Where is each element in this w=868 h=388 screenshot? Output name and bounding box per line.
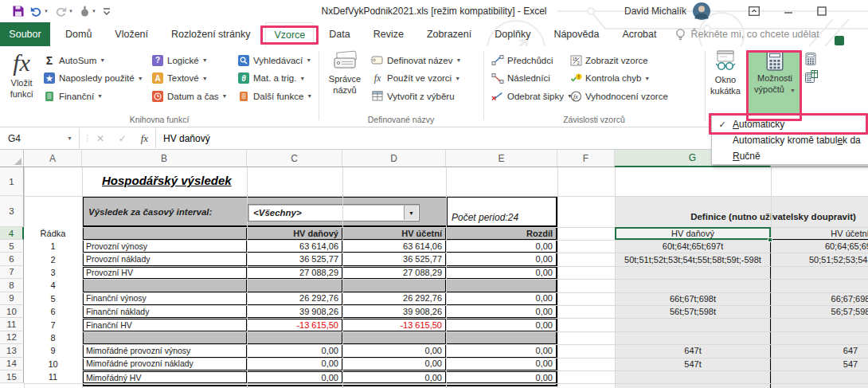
tab-vzorce[interactable]: Vzorce [265, 22, 314, 46]
ribbon-button-pou-t-ve-vzorci[interactable]: fxPoužít ve vzorci▼ [371, 71, 461, 86]
cell-C8[interactable] [247, 279, 342, 291]
cell-A15[interactable]: 11 [24, 370, 82, 383]
cell-C4[interactable]: HV daňový [247, 227, 342, 239]
tab-file[interactable]: Soubor [0, 22, 50, 46]
cell-A8[interactable]: 4 [24, 279, 82, 292]
ribbon-button-odebrat-ipky[interactable]: Odebrat šipky▼ [491, 88, 573, 104]
cell-D14[interactable]: 0,00 [342, 358, 446, 370]
tab-vlo-en-[interactable]: Vložení [107, 22, 156, 46]
cell-B6[interactable]: Provozní náklady [84, 253, 247, 265]
tellme-box[interactable]: Řekněte mi, co chcete udělat [675, 22, 819, 46]
cell-G9[interactable]: 66t;67t;698t [615, 292, 771, 305]
watch-window-button[interactable]: Okno kukátka [706, 50, 745, 97]
cell-A9[interactable]: 5 [24, 292, 82, 305]
ribbon-button-autosum[interactable]: ΣAutoSum▼ [43, 53, 143, 68]
cell-A13[interactable]: 9 [24, 344, 82, 357]
row-header-3[interactable]: 3 [0, 196, 24, 227]
row-header-4[interactable]: 4 [0, 227, 24, 240]
tab-rozlo-en-str-nky[interactable]: Rozložení stránky [163, 22, 258, 46]
row-header-12[interactable]: 12 [0, 331, 24, 344]
name-manager-button[interactable]: Správce názvů [323, 50, 367, 96]
account-button[interactable]: David Michalík [624, 2, 710, 20]
cell-E8[interactable] [446, 279, 556, 291]
cell-B13[interactable]: Mimořádné provozní výnosy [84, 344, 247, 356]
interval-label-cell[interactable]: Výsledek za časový interval: <Všechny> ▼ [84, 198, 446, 225]
cell-E7[interactable]: 0,00 [446, 268, 556, 278]
cell-E10[interactable]: 0,00 [446, 305, 556, 317]
menu-item-automaticky[interactable]: ✓Automaticky [712, 116, 868, 132]
row-header-11[interactable]: 11 [0, 318, 24, 331]
tab-zobrazen-[interactable]: Zobrazení [419, 22, 479, 46]
cell-H4[interactable]: HV účetní [771, 227, 868, 240]
ribbon-button-n-sledn-ci[interactable]: Následníci [491, 71, 573, 86]
period-count-cell[interactable]: Počet period:24 [446, 198, 556, 225]
cell-E5[interactable]: 0,00 [446, 240, 556, 252]
name-box-dropdown-icon[interactable]: ▼ [67, 135, 72, 141]
cell-C9[interactable]: 26 292,76 [247, 292, 342, 304]
cell-A6[interactable]: 2 [24, 253, 82, 265]
cell-G14[interactable]: 547t [615, 358, 771, 370]
enter-icon[interactable]: ✓ [119, 133, 127, 144]
save-button[interactable] [13, 6, 24, 17]
ribbon-button-kontrola-chyb[interactable]: Kontrola chyb▼ [569, 71, 668, 86]
cell-G12[interactable] [615, 331, 771, 344]
cell-H8[interactable] [771, 279, 868, 292]
menu-item-ru-n-[interactable]: Ručně [712, 148, 868, 164]
ribbon-button-mat-a-trig-[interactable]: θMat. a trig.▼ [237, 71, 312, 86]
interval-combobox[interactable]: <Všechny> ▼ [248, 204, 420, 221]
ribbon-button-p-edch-dci[interactable]: Předchůdci [491, 53, 573, 68]
cell-H13[interactable]: 647 [771, 344, 868, 357]
cell-D13[interactable]: 0,00 [342, 344, 446, 356]
row-header-15[interactable]: 15 [0, 370, 24, 383]
row-header-1[interactable]: 1 [0, 167, 24, 196]
col-header-D[interactable]: D [342, 150, 446, 167]
cell-D12[interactable] [342, 331, 446, 343]
cell-B14[interactable]: Mimořádné provozní náklady [84, 358, 247, 370]
cell-B5[interactable]: Provozní výnosy [84, 240, 247, 252]
cell-H11[interactable] [771, 318, 868, 331]
insert-function-button[interactable]: fx Vložit funkci [3, 50, 40, 100]
cell-G11[interactable] [615, 318, 771, 331]
undo-button[interactable]: ▼ [30, 6, 49, 17]
cell-C14[interactable]: 0,00 [247, 358, 342, 370]
maximize-button[interactable] [817, 6, 827, 17]
ribbon-button-finan-n-[interactable]: Finanční▼ [43, 88, 143, 104]
col-header-C[interactable]: C [247, 150, 342, 167]
cell-B7[interactable]: Provozní HV [84, 268, 247, 278]
cell-G4-selected[interactable]: HV daňový [615, 227, 771, 240]
ribbon-button-textov-[interactable]: ATextové▼ [151, 71, 228, 86]
cell-A4[interactable]: Řádka [24, 227, 82, 240]
cell-A11[interactable]: 7 [24, 318, 82, 331]
cell-E4[interactable]: Rozdíl [446, 227, 556, 239]
combobox-dropdown-icon[interactable]: ▼ [404, 206, 418, 220]
cell-D15[interactable]: 0,00 [342, 372, 446, 382]
cell-A12[interactable]: 8 [24, 331, 82, 344]
calculation-options-button[interactable]: Možnosti výpočtů ▼ [749, 50, 801, 120]
cell-H15[interactable] [771, 370, 868, 383]
cell-B9[interactable]: Finanční výnosy [84, 292, 247, 304]
ribbon-button-dal-funkce[interactable]: Další funkce▼ [237, 88, 312, 104]
cell-E9[interactable]: 0,00 [446, 292, 556, 304]
cell-A14[interactable]: 10 [24, 358, 82, 370]
tab-n-pov-da[interactable]: Nápověda [545, 22, 607, 46]
cell-D8[interactable] [342, 279, 446, 291]
cell-H10[interactable]: 56;57;598 [771, 305, 868, 318]
cancel-icon[interactable]: ✕ [96, 133, 104, 144]
calculate-sheet-button[interactable] [805, 70, 818, 83]
cell-B10[interactable]: Finanční náklady [84, 305, 247, 317]
ribbon-display-options-button[interactable] [749, 6, 760, 17]
row-header-10[interactable]: 10 [0, 305, 24, 318]
cell-G6[interactable]: 50t;51t;52t;53t;54t;55t;58t;59t;-598t [615, 253, 771, 265]
ribbon-button-naposledy-pou-it-[interactable]: ★Naposledy použité▼ [43, 71, 143, 86]
cell-G7[interactable] [615, 266, 771, 279]
cell-H5[interactable]: 60;64;65;697 [771, 240, 868, 253]
row-header-7[interactable]: 7 [0, 266, 24, 279]
cell-D6[interactable]: 36 525,77 [342, 253, 446, 265]
cell-B15[interactable]: Mimořádný HV [84, 372, 247, 382]
cell-E14[interactable]: 0,00 [446, 358, 556, 370]
col-header-B[interactable]: B [82, 150, 247, 167]
ribbon-button-logick-[interactable]: ?Logické▼ [151, 53, 228, 68]
ribbon-button-vytvo-it-z-v-b-ru[interactable]: Vytvořit z výběru [371, 88, 461, 104]
row-header-5[interactable]: 5 [0, 240, 24, 253]
cell-B4[interactable] [84, 227, 247, 239]
